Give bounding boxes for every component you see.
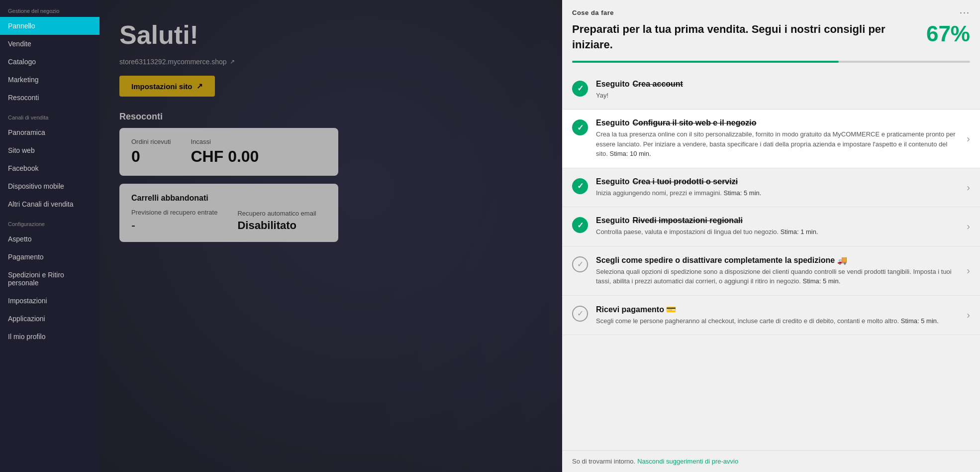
more-options-icon[interactable]: ···: [960, 8, 970, 17]
item-desc-crea-account: Yay!: [596, 91, 970, 101]
checklist-item-content-regionali: Eseguito Rivedi impostazioni regionali C…: [596, 216, 959, 237]
cose-header-label: Cose da fare: [572, 9, 614, 16]
sidebar-item-aspetto[interactable]: Aspetto: [0, 230, 99, 248]
progress-percentage: 67%: [926, 22, 970, 46]
item-name-crea-account: Crea account: [633, 80, 683, 89]
sidebar-item-marketing[interactable]: Marketing: [0, 71, 99, 89]
item-title-spedizione: Scegli come spedire o disattivare comple…: [596, 255, 959, 265]
sidebar-section-gestione: Gestione del negozio: [0, 0, 99, 17]
item-name-crea-prodotti: Crea i tuoi prodotti o servizi: [633, 177, 738, 186]
chevron-right-icon-6: ›: [967, 309, 970, 321]
executed-label-3: Eseguito: [596, 216, 630, 225]
chevron-right-icon-3: ›: [967, 182, 970, 193]
item-name-regionali: Rivedi impostazioni regionali: [633, 216, 743, 225]
main-area: Saluti! store63113292.mycommerce.shop ↗ …: [99, 0, 980, 472]
sidebar: Gestione del negozio Pannello Vendite Ca…: [0, 0, 99, 472]
checklist-item-pagamento[interactable]: ✓ Ricevi pagamento 💳 Scegli come le pers…: [562, 296, 980, 336]
executed-label-1: Eseguito: [596, 118, 630, 127]
sidebar-item-pagamento[interactable]: Pagamento: [0, 248, 99, 266]
chevron-right-icon-4: ›: [967, 221, 970, 232]
item-title-pagamento: Ricevi pagamento 💳: [596, 305, 959, 314]
item-desc-spedizione: Seleziona quali opzioni di spedizione so…: [596, 267, 959, 286]
sidebar-item-sito-web[interactable]: Sito web: [0, 141, 99, 159]
chevron-right-icon-2: ›: [967, 133, 970, 144]
checklist-item-content-configura-sito: Eseguito Configura il sito web e il nego…: [596, 118, 959, 159]
sidebar-item-pannello[interactable]: Pannello: [0, 17, 99, 35]
checklist-item-content-crea-account: Eseguito Crea account Yay!: [596, 80, 970, 101]
check-circle-pending-5: ✓: [572, 256, 588, 272]
sidebar-item-mio-profilo[interactable]: Il mio profilo: [0, 328, 99, 346]
checkmark-icon-4: ✓: [577, 221, 584, 230]
progress-bar-background: [572, 61, 970, 63]
sidebar-section-canali: Canali di vendita: [0, 107, 99, 123]
sidebar-item-resoconti[interactable]: Resoconti: [0, 89, 99, 107]
footer-text: So di trovarmi intorno.: [572, 458, 635, 465]
check-circle-done: ✓: [572, 81, 588, 97]
item-desc-configura-sito: Crea la tua presenza online con il sito …: [596, 129, 959, 159]
sidebar-item-impostazioni[interactable]: Impostazioni: [0, 292, 99, 310]
hide-suggestions-link[interactable]: Nascondi suggerimenti di pre-avvio: [637, 458, 738, 465]
check-circle-done-2: ✓: [572, 119, 588, 135]
item-name-pagamento: Ricevi pagamento 💳: [596, 305, 676, 314]
item-desc-regionali: Controlla paese, valuta e impostazioni d…: [596, 227, 959, 237]
checklist-item-crea-prodotti[interactable]: ✓ Eseguito Crea i tuoi prodotti o serviz…: [562, 168, 980, 208]
check-circle-pending-6: ✓: [572, 306, 588, 322]
checklist-item-content-crea-prodotti: Eseguito Crea i tuoi prodotti o servizi …: [596, 177, 959, 198]
check-circle-done-4: ✓: [572, 217, 588, 233]
item-title-crea-prodotti: Eseguito Crea i tuoi prodotti o servizi: [596, 177, 959, 186]
sidebar-item-altri-canali[interactable]: Altri Canali di vendita: [0, 195, 99, 213]
progress-bar-container: [562, 61, 980, 71]
checklist-item-content-pagamento: Ricevi pagamento 💳 Scegli come le person…: [596, 305, 959, 326]
pending-icon-6: ✓: [577, 309, 584, 318]
progress-bar-fill: [572, 61, 839, 63]
chevron-right-icon-5: ›: [967, 265, 970, 276]
item-title-regionali: Eseguito Rivedi impostazioni regionali: [596, 216, 959, 225]
checklist: ✓ Eseguito Crea account Yay! ✓: [562, 71, 980, 450]
cose-main-header: Preparati per la tua prima vendita. Segu…: [562, 17, 980, 61]
sidebar-item-applicazioni[interactable]: Applicazioni: [0, 310, 99, 328]
checklist-item-regionali[interactable]: ✓ Eseguito Rivedi impostazioni regionali…: [562, 207, 980, 246]
cose-header-top: Cose da fare ···: [572, 8, 970, 17]
checklist-item-crea-account[interactable]: ✓ Eseguito Crea account Yay!: [562, 71, 980, 110]
item-name-spedizione: Scegli come spedire o disattivare comple…: [596, 255, 847, 265]
checklist-item-spedizione[interactable]: ✓ Scegli come spedire o disattivare comp…: [562, 246, 980, 296]
overlay: Cose da fare ··· Preparati per la tua pr…: [99, 0, 980, 472]
sidebar-item-catalogo[interactable]: Catalogo: [0, 53, 99, 71]
cose-panel: Cose da fare ··· Preparati per la tua pr…: [562, 0, 980, 472]
sidebar-item-spedizioni[interactable]: Spedizioni e Ritiro personale: [0, 266, 99, 292]
checklist-item-content-spedizione: Scegli come spedire o disattivare comple…: [596, 255, 959, 286]
cose-main-title: Preparati per la tua prima vendita. Segu…: [572, 22, 910, 53]
sidebar-item-panoramica[interactable]: Panoramica: [0, 123, 99, 141]
executed-label-0: Eseguito: [596, 80, 630, 89]
check-circle-done-3: ✓: [572, 178, 588, 194]
cose-header: Cose da fare ···: [562, 0, 980, 17]
checkmark-icon-3: ✓: [577, 181, 584, 191]
item-title-crea-account: Eseguito Crea account: [596, 80, 970, 89]
cose-footer: So di trovarmi intorno. Nascondi suggeri…: [562, 450, 980, 472]
item-name-configura-sito: Configura il sito web e il negozio: [633, 118, 757, 127]
checkmark-icon-2: ✓: [577, 123, 584, 132]
item-desc-crea-prodotti: Inizia aggiungendo nomi, prezzi e immagi…: [596, 188, 959, 198]
sidebar-item-dispositivo-mobile[interactable]: Dispositivo mobile: [0, 177, 99, 195]
sidebar-section-configurazione: Configurazione: [0, 213, 99, 230]
checkmark-icon: ✓: [577, 84, 584, 93]
item-title-configura-sito: Eseguito Configura il sito web e il nego…: [596, 118, 959, 127]
executed-label-2: Eseguito: [596, 177, 630, 186]
pending-icon-5: ✓: [577, 259, 584, 269]
checklist-item-configura-sito[interactable]: ✓ Eseguito Configura il sito web e il ne…: [562, 110, 980, 168]
item-desc-pagamento: Scegli come le persone pagheranno al che…: [596, 316, 959, 326]
sidebar-item-facebook[interactable]: Facebook: [0, 159, 99, 177]
sidebar-item-vendite[interactable]: Vendite: [0, 35, 99, 53]
